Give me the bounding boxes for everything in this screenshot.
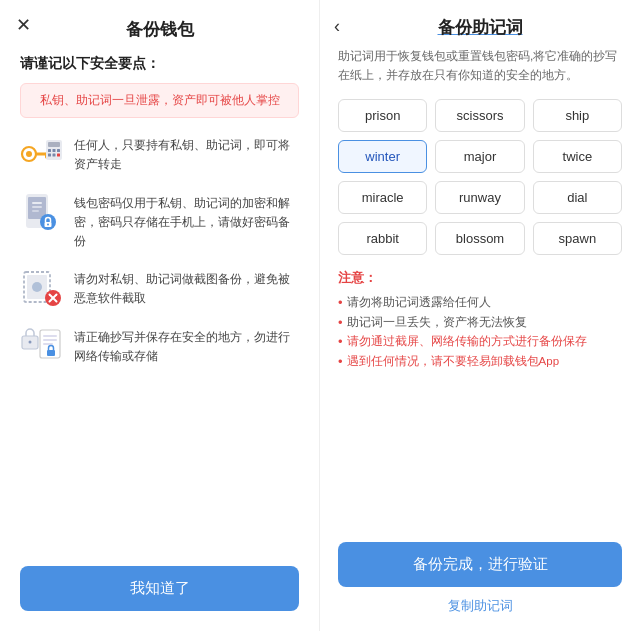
svg-rect-30 xyxy=(43,335,57,337)
notice-item-1: •请勿将助记词透露给任何人 xyxy=(338,293,622,313)
confirm-button[interactable]: 我知道了 xyxy=(20,566,299,611)
svg-rect-31 xyxy=(43,339,57,341)
mnemonic-word-9: dial xyxy=(533,181,622,214)
screenshot-icon xyxy=(20,266,64,310)
security-item-4: 请正确抄写并保存在安全的地方，勿进行网络传输或存储 xyxy=(20,324,299,368)
security-item-4-text: 请正确抄写并保存在安全的地方，勿进行网络传输或存储 xyxy=(74,324,299,366)
svg-rect-8 xyxy=(53,149,56,152)
mnemonic-description: 助记词用于恢复钱包或重置钱包密码,将它准确的抄写在纸上，并存放在只有你知道的安全… xyxy=(338,47,622,85)
back-button[interactable]: ‹ xyxy=(334,16,340,37)
svg-rect-11 xyxy=(53,154,56,157)
notice-text: 遇到任何情况，请不要轻易卸载钱包App xyxy=(347,352,559,372)
right-panel: ‹ 备份助记词 助记词用于恢复钱包或重置钱包密码,将它准确的抄写在纸上，并存放在… xyxy=(320,0,640,631)
phone-lock-icon xyxy=(20,190,64,234)
svg-point-28 xyxy=(29,340,32,343)
key-calc-icon xyxy=(20,132,64,176)
warning-bar: 私钥、助记词一旦泄露，资产即可被他人掌控 xyxy=(20,83,299,118)
notice-text: 助记词一旦丢失，资产将无法恢复 xyxy=(347,313,527,333)
security-item-3-text: 请勿对私钥、助记词做截图备份，避免被恶意软件截取 xyxy=(74,266,299,308)
close-button[interactable]: ✕ xyxy=(16,16,31,34)
security-note-title: 请谨记以下安全要点： xyxy=(20,55,160,73)
mnemonic-word-11: blossom xyxy=(435,222,524,255)
bullet-icon: • xyxy=(338,332,343,352)
mnemonic-word-5: major xyxy=(435,140,524,173)
verify-button[interactable]: 备份完成，进行验证 xyxy=(338,542,622,587)
mnemonic-word-6: twice xyxy=(533,140,622,173)
bullet-icon: • xyxy=(338,352,343,372)
copy-mnemonic-link[interactable]: 复制助记词 xyxy=(448,597,513,615)
svg-rect-17 xyxy=(32,210,39,212)
bullet-icon: • xyxy=(338,293,343,313)
mnemonic-word-7: miracle xyxy=(338,181,427,214)
notice-text: 请勿将助记词透露给任何人 xyxy=(347,293,491,313)
notice-title: 注意： xyxy=(338,269,622,287)
mnemonic-word-3: ship xyxy=(533,99,622,132)
security-item-2-text: 钱包密码仅用于私钥、助记词的加密和解密，密码只存储在手机上，请做好密码备份 xyxy=(74,190,299,252)
mnemonic-word-4: winter xyxy=(338,140,427,173)
svg-rect-15 xyxy=(32,202,42,204)
mnemonic-word-grid: prisonscissorsshipwintermajortwicemiracl… xyxy=(338,99,622,255)
left-panel: ✕ 备份钱包 请谨记以下安全要点： 私钥、助记词一旦泄露，资产即可被他人掌控 xyxy=(0,0,320,631)
right-panel-title: 备份助记词 xyxy=(338,16,622,39)
security-item-3: 请勿对私钥、助记词做截图备份，避免被恶意软件截取 xyxy=(20,266,299,310)
svg-rect-16 xyxy=(32,206,42,208)
security-items-list: 任何人，只要持有私钥、助记词，即可将资产转走 钱包密码仅用于私钥、助记词 xyxy=(20,132,299,556)
svg-rect-7 xyxy=(48,149,51,152)
mnemonic-word-10: rabbit xyxy=(338,222,427,255)
notice-section: 注意： •请勿将助记词透露给任何人•助记词一旦丢失，资产将无法恢复•请勿通过截屏… xyxy=(338,269,622,371)
svg-rect-6 xyxy=(48,142,60,147)
svg-rect-12 xyxy=(57,154,60,157)
notice-text: 请勿通过截屏、网络传输的方式进行备份保存 xyxy=(347,332,587,352)
bottom-section: 备份完成，进行验证 复制助记词 xyxy=(338,542,622,615)
svg-rect-9 xyxy=(57,149,60,152)
security-item-1: 任何人，只要持有私钥、助记词，即可将资产转走 xyxy=(20,132,299,176)
notice-item-2: •助记词一旦丢失，资产将无法恢复 xyxy=(338,313,622,333)
mnemonic-word-2: scissors xyxy=(435,99,524,132)
svg-point-1 xyxy=(26,151,32,157)
security-item-1-text: 任何人，只要持有私钥、助记词，即可将资产转走 xyxy=(74,132,299,174)
notice-item-4: •遇到任何情况，请不要轻易卸载钱包App xyxy=(338,352,622,372)
svg-point-20 xyxy=(47,224,49,226)
left-panel-title: 备份钱包 xyxy=(126,18,194,41)
svg-rect-10 xyxy=(48,154,51,157)
notice-item-3: •请勿通过截屏、网络传输的方式进行备份保存 xyxy=(338,332,622,352)
safe-storage-icon xyxy=(20,324,64,368)
bullet-icon: • xyxy=(338,313,343,333)
svg-point-23 xyxy=(32,282,42,292)
security-item-2: 钱包密码仅用于私钥、助记词的加密和解密，密码只存储在手机上，请做好密码备份 xyxy=(20,190,299,252)
mnemonic-word-12: spawn xyxy=(533,222,622,255)
svg-rect-32 xyxy=(43,343,53,345)
mnemonic-word-8: runway xyxy=(435,181,524,214)
svg-rect-33 xyxy=(47,350,55,356)
mnemonic-word-1: prison xyxy=(338,99,427,132)
